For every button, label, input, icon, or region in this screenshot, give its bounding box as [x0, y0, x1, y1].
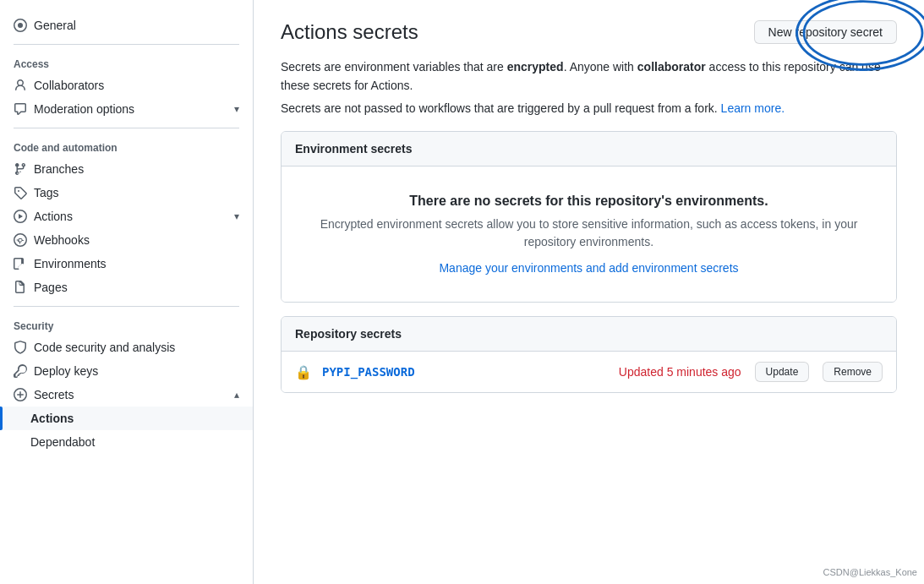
new-secret-btn-wrapper: New repository secret: [754, 20, 897, 44]
secret-updated: Updated 5 minutes ago: [619, 365, 741, 379]
sidebar-item-tags[interactable]: Tags: [0, 181, 253, 205]
sidebar-divider-3: [14, 306, 239, 307]
play-icon: [14, 210, 27, 223]
sidebar-item-moderation[interactable]: Moderation options ▾: [0, 97, 253, 121]
sidebar-item-branches[interactable]: Branches: [0, 157, 253, 181]
gear-icon: [14, 19, 27, 32]
repository-secrets-body: 🔒 PYPI_PASSWORD Updated 5 minutes ago Up…: [282, 352, 896, 392]
sidebar-environments-label: Environments: [34, 257, 239, 270]
sidebar-item-dependabot-sub[interactable]: Dependabot: [0, 430, 253, 454]
sidebar-item-pages[interactable]: Pages: [0, 276, 253, 299]
watermark: CSDN@Liekkas_Kone: [823, 567, 917, 577]
environment-secrets-card: Environment secrets There are no secrets…: [281, 131, 897, 303]
sidebar-item-actions[interactable]: Actions ▾: [0, 205, 253, 228]
environment-secrets-empty-state: There are no secrets for this repository…: [282, 166, 896, 302]
sidebar-moderation-label: Moderation options: [34, 102, 227, 116]
person-icon: [14, 79, 27, 92]
sidebar-item-actions-sub[interactable]: Actions: [0, 407, 253, 430]
description-text-2: . Anyone with: [564, 60, 637, 74]
sidebar-item-general[interactable]: General: [0, 14, 253, 37]
sidebar-item-environments[interactable]: Environments: [0, 252, 253, 276]
page-header: Actions secrets New repository secret: [281, 20, 897, 44]
sidebar-code-security-label: Code security and analysis: [34, 341, 239, 354]
manage-environments-link[interactable]: Manage your environments and add environ…: [439, 261, 738, 275]
description-block: Secrets are environment variables that a…: [281, 57, 897, 117]
sidebar-webhooks-label: Webhooks: [34, 233, 239, 247]
environment-secrets-header: Environment secrets: [282, 132, 896, 166]
sidebar-deploy-keys-label: Deploy keys: [34, 364, 239, 378]
new-repository-secret-button[interactable]: New repository secret: [754, 20, 897, 44]
sidebar-divider-1: [14, 44, 239, 45]
sidebar: General Access Collaborators Moderation …: [0, 0, 254, 584]
chevron-down-icon-2: ▾: [234, 210, 239, 222]
sidebar-branches-label: Branches: [34, 162, 239, 176]
secret-name: PYPI_PASSWORD: [322, 365, 609, 379]
sidebar-divider-2: [14, 128, 239, 128]
lock-icon: 🔒: [295, 364, 312, 380]
pages-icon: [14, 281, 27, 294]
secret-row: 🔒 PYPI_PASSWORD Updated 5 minutes ago Up…: [282, 352, 896, 392]
environment-secrets-body: There are no secrets for this repository…: [282, 166, 896, 302]
key-icon: [14, 364, 27, 378]
description-bold-collaborator: collaborator: [637, 60, 706, 74]
sidebar-item-webhooks[interactable]: Webhooks: [0, 228, 253, 252]
sidebar-pages-label: Pages: [34, 281, 239, 294]
sidebar-collaborators-label: Collaborators: [34, 79, 239, 92]
webhook-icon: [14, 233, 27, 247]
main-content: Actions secrets New repository secret Se…: [254, 0, 924, 584]
sidebar-section-security: Security: [0, 314, 253, 336]
learn-more-link[interactable]: Learn more.: [721, 101, 785, 115]
comment-icon: [14, 102, 27, 116]
tag-icon: [14, 186, 27, 199]
sidebar-item-code-security[interactable]: Code security and analysis: [0, 336, 253, 359]
sidebar-secrets-label: Secrets: [34, 388, 227, 401]
sidebar-section-access: Access: [0, 52, 253, 74]
sidebar-general-label: General: [34, 19, 239, 32]
page-title: Actions secrets: [281, 20, 418, 44]
sidebar-tags-label: Tags: [34, 186, 239, 199]
description-bold-encrypted: encrypted: [507, 60, 564, 74]
sidebar-section-code: Code and automation: [0, 135, 253, 157]
sidebar-actions-label: Actions: [34, 210, 227, 223]
sidebar-actions-sub-label: Actions: [30, 412, 239, 425]
shield-icon: [14, 341, 27, 354]
update-secret-button[interactable]: Update: [755, 362, 810, 382]
chevron-up-icon: ▴: [234, 389, 239, 401]
sidebar-item-collaborators[interactable]: Collaborators: [0, 74, 253, 97]
empty-state-title: There are no secrets for this repository…: [302, 194, 876, 209]
description-text-4: Secrets are not passed to workflows that…: [281, 101, 721, 115]
repository-secrets-header: Repository secrets: [282, 317, 896, 352]
repository-secrets-card: Repository secrets 🔒 PYPI_PASSWORD Updat…: [281, 316, 897, 393]
description-text-1: Secrets are environment variables that a…: [281, 60, 507, 74]
chevron-down-icon: ▾: [234, 103, 239, 115]
sidebar-item-secrets[interactable]: Secrets ▴: [0, 383, 253, 407]
environment-icon: [14, 257, 27, 270]
empty-state-desc: Encrypted environment secrets allow you …: [302, 216, 876, 251]
sidebar-item-deploy-keys[interactable]: Deploy keys: [0, 359, 253, 383]
sidebar-dependabot-sub-label: Dependabot: [30, 435, 239, 449]
plus-circle-icon: [14, 388, 27, 401]
remove-secret-button[interactable]: Remove: [823, 362, 883, 382]
branch-icon: [14, 162, 27, 176]
